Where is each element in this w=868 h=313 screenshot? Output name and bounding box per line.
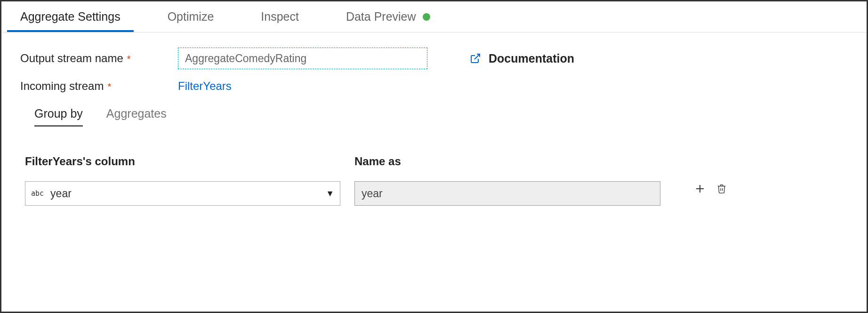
incoming-stream-value[interactable]: FilterYears bbox=[178, 80, 232, 93]
output-stream-row: Output stream name * Documentation bbox=[20, 48, 848, 69]
tab-label: Data Preview bbox=[346, 10, 416, 24]
incoming-stream-label: Incoming stream * bbox=[20, 80, 178, 93]
column-selector-section: FilterYears's column abc year ▼ bbox=[25, 155, 354, 206]
tab-optimize[interactable]: Optimize bbox=[154, 1, 227, 32]
main-tabs: Aggregate Settings Optimize Inspect Data… bbox=[1, 1, 867, 32]
subtab-label: Group by bbox=[34, 107, 83, 120]
subtab-label: Aggregates bbox=[106, 107, 167, 120]
tab-label: Aggregate Settings bbox=[20, 10, 121, 24]
chevron-down-icon: ▼ bbox=[326, 189, 334, 199]
subtab-group-by[interactable]: Group by bbox=[34, 107, 83, 127]
column-dropdown[interactable]: abc year ▼ bbox=[25, 181, 340, 206]
label-text: Output stream name bbox=[20, 52, 123, 65]
documentation-label: Documentation bbox=[489, 52, 574, 65]
form-area: Output stream name * Documentation Incom… bbox=[1, 32, 867, 206]
name-as-input[interactable] bbox=[354, 181, 660, 206]
tab-data-preview[interactable]: Data Preview bbox=[333, 1, 443, 32]
tab-inspect[interactable]: Inspect bbox=[248, 1, 312, 32]
svg-line-0 bbox=[474, 54, 480, 59]
name-as-section: Name as bbox=[354, 155, 679, 206]
external-link-icon bbox=[470, 53, 481, 64]
required-asterisk-icon: * bbox=[127, 54, 131, 64]
name-as-header: Name as bbox=[354, 155, 679, 168]
required-asterisk-icon: * bbox=[107, 81, 111, 92]
column-selector-header: FilterYears's column bbox=[25, 155, 354, 168]
sub-tabs: Group by Aggregates bbox=[34, 107, 848, 127]
tab-label: Optimize bbox=[168, 10, 214, 24]
add-row-button[interactable] bbox=[693, 182, 707, 195]
dropdown-value: year bbox=[50, 187, 326, 200]
type-badge: abc bbox=[31, 189, 44, 198]
delete-row-button[interactable] bbox=[715, 182, 728, 195]
tab-aggregate-settings[interactable]: Aggregate Settings bbox=[7, 1, 134, 32]
row-actions bbox=[693, 182, 728, 195]
plus-icon bbox=[694, 183, 706, 194]
output-stream-input[interactable] bbox=[178, 48, 427, 69]
incoming-stream-row: Incoming stream * FilterYears bbox=[20, 80, 848, 93]
tab-label: Inspect bbox=[261, 10, 299, 24]
output-stream-label: Output stream name * bbox=[20, 52, 178, 65]
documentation-link[interactable]: Documentation bbox=[470, 52, 574, 65]
label-text: Incoming stream bbox=[20, 80, 104, 93]
trash-icon bbox=[716, 183, 727, 194]
subtab-aggregates[interactable]: Aggregates bbox=[106, 107, 167, 127]
columns-area: FilterYears's column abc year ▼ Name as bbox=[25, 155, 848, 206]
status-dot-icon bbox=[423, 13, 430, 21]
